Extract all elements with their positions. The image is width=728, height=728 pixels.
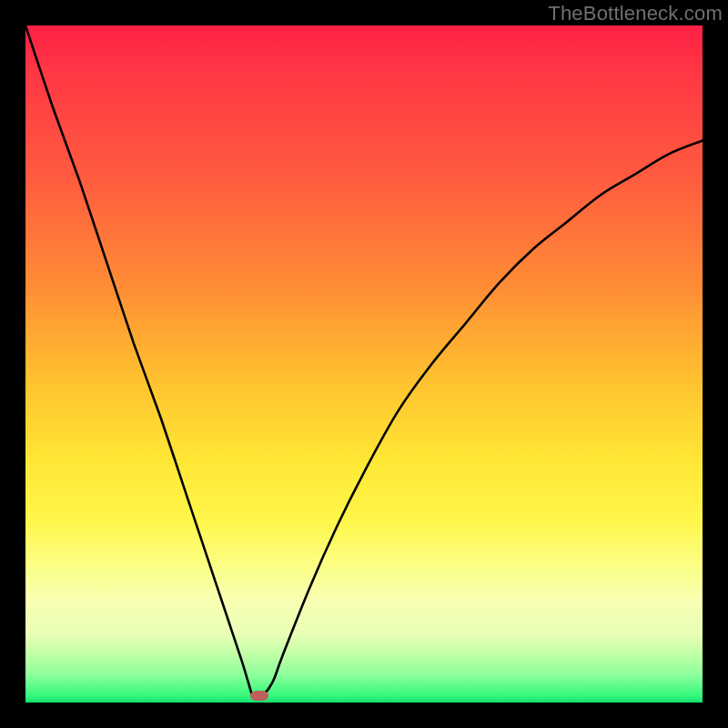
optimal-point-marker [250,691,268,701]
chart-frame: TheBottleneck.com [0,0,728,728]
curve-path [25,25,703,698]
bottleneck-curve [25,25,703,703]
watermark-text: TheBottleneck.com [548,2,723,25]
plot-area [25,25,703,703]
